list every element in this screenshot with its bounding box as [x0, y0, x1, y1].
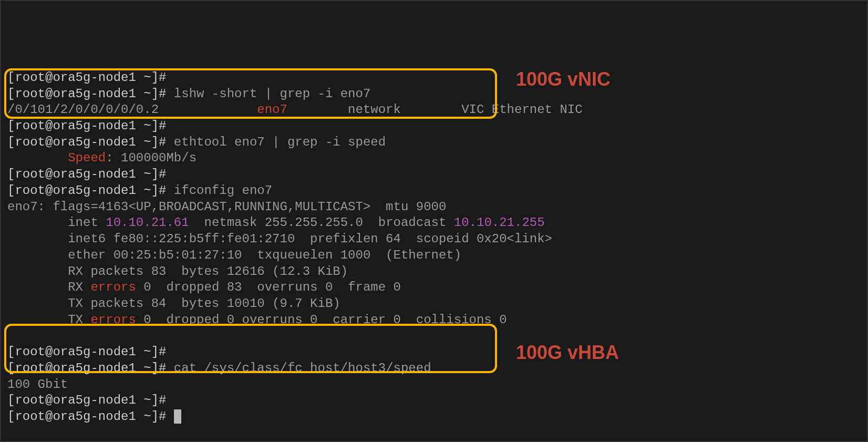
- prompt: [root@ora5g-node1 ~]#: [7, 167, 166, 181]
- prompt: [root@ora5g-node1 ~]#: [7, 70, 166, 85]
- annotation-vnic: 100G vNIC: [516, 67, 611, 91]
- speed-label: Speed: [68, 151, 106, 165]
- lshw-path: /0/101/2/0/0/0/0/0.2: [7, 102, 159, 117]
- ifconfig-ether: ether 00:25:b5:01:27:10 txqueuelen 1000 …: [7, 248, 461, 262]
- ifconfig-errors-label2: errors: [90, 313, 136, 327]
- ifconfig-rxerr-suffix: 0 dropped 83 overruns 0 frame 0: [136, 280, 401, 294]
- ifconfig-rx-packets: RX packets 83 bytes 12616 (12.3 KiB): [7, 264, 348, 279]
- prompt: [root@ora5g-node1 ~]#: [7, 361, 166, 375]
- prompt: [root@ora5g-node1 ~]#: [7, 87, 166, 101]
- prompt: [root@ora5g-node1 ~]#: [7, 393, 166, 407]
- prompt: [root@ora5g-node1 ~]#: [7, 135, 166, 149]
- ifconfig-errors-label: errors: [90, 280, 136, 294]
- ifconfig-txerr-suffix: 0 dropped 0 overruns 0 carrier 0 collisi…: [136, 313, 507, 327]
- prompt: [root@ora5g-node1 ~]#: [7, 409, 166, 424]
- command-cat: cat /sys/class/fc_host/host3/speed: [174, 361, 431, 375]
- ifconfig-tx-packets: TX packets 84 bytes 10010 (9.7 KiB): [7, 296, 340, 311]
- ifconfig-txerr-prefix: TX: [7, 313, 90, 327]
- prompt: [root@ora5g-node1 ~]#: [7, 345, 166, 359]
- terminal-output: [root@ora5g-node1 ~]# [root@ora5g-node1 …: [7, 70, 861, 425]
- command-ethtool: ethtool eno7 | grep -i speed: [174, 135, 386, 149]
- ifconfig-header: eno7: flags=4163<UP,BROADCAST,RUNNING,MU…: [7, 200, 446, 214]
- annotation-vhba: 100G vHBA: [516, 341, 619, 365]
- ifconfig-inet6: inet6 fe80::225:b5ff:fe01:2710 prefixlen…: [7, 232, 552, 246]
- lshw-device: eno7: [257, 102, 287, 117]
- ifconfig-inet-prefix: inet: [7, 215, 106, 230]
- cursor-block[interactable]: [174, 409, 181, 424]
- command-lshw: lshw -short | grep -i eno7: [174, 87, 370, 101]
- lshw-desc: VIC Ethernet NIC: [461, 102, 582, 117]
- prompt: [root@ora5g-node1 ~]#: [7, 183, 166, 198]
- ifconfig-inet-mid: netmask 255.255.255.0 broadcast: [189, 215, 454, 230]
- prompt: [root@ora5g-node1 ~]#: [7, 119, 166, 133]
- cat-output: 100 Gbit: [7, 377, 68, 392]
- ifconfig-rxerr-prefix: RX: [7, 280, 90, 294]
- ifconfig-inet-bcast: 10.10.21.255: [454, 215, 545, 230]
- lshw-class: network: [348, 102, 401, 117]
- command-ifconfig: ifconfig eno7: [174, 183, 272, 198]
- speed-value: : 100000Mb/s: [106, 151, 197, 165]
- ifconfig-inet-ip: 10.10.21.61: [106, 215, 189, 230]
